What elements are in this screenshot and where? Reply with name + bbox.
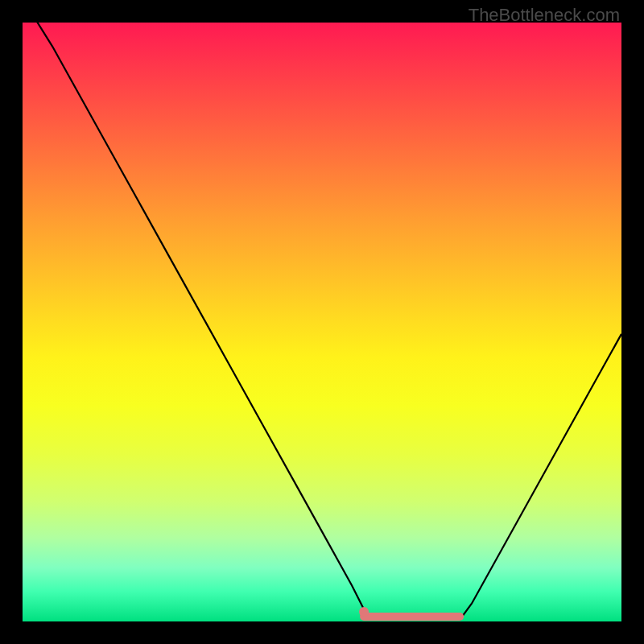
watermark-text: TheBottleneck.com <box>469 5 620 26</box>
chart-curve-group <box>23 23 621 620</box>
bottleneck-curve-line <box>23 23 621 620</box>
optimal-point-marker <box>359 607 369 617</box>
bottleneck-chart <box>23 23 621 621</box>
